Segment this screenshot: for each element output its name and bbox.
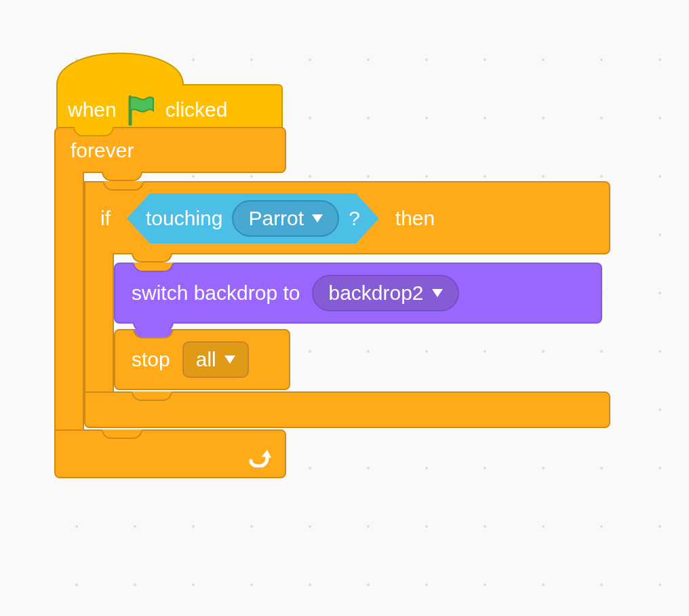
stop-label: stop <box>132 348 170 371</box>
touching-dropdown[interactable]: Parrot <box>232 200 339 237</box>
hat-shape <box>54 31 283 142</box>
green-flag-icon <box>126 95 156 125</box>
then-label: then <box>395 207 435 230</box>
stop-dropdown[interactable]: all <box>182 341 249 378</box>
clicked-text: clicked <box>165 98 228 121</box>
touching-suffix: ? <box>349 207 360 230</box>
when-text: when <box>68 98 117 121</box>
if-label: if <box>100 207 111 230</box>
script-stack[interactable]: when clicked forever <box>54 31 610 478</box>
touching-option: Parrot <box>248 207 304 230</box>
touching-sensing-block[interactable]: touching Parrot ? <box>127 193 379 244</box>
touching-label: touching <box>146 207 222 230</box>
if-then-block[interactable]: if touching Parrot ? <box>84 181 610 428</box>
if-footer <box>84 391 610 428</box>
forever-block[interactable]: forever if touching <box>54 127 610 478</box>
switch-backdrop-label: switch backdrop to <box>132 282 300 305</box>
scripts-workspace[interactable]: when clicked forever <box>27 10 665 606</box>
backdrop-option: backdrop2 <box>328 282 423 305</box>
backdrop-dropdown[interactable]: backdrop2 <box>312 275 458 311</box>
forever-header: forever <box>54 127 286 173</box>
chevron-down-icon <box>432 289 443 297</box>
chevron-down-icon <box>312 214 323 223</box>
stop-block[interactable]: stop all <box>114 329 290 390</box>
forever-footer <box>54 429 286 478</box>
when-flag-clicked-block[interactable]: when clicked <box>54 31 283 132</box>
stop-option: all <box>196 348 216 371</box>
chevron-down-icon <box>224 355 235 364</box>
forever-label: forever <box>71 139 134 162</box>
switch-backdrop-block[interactable]: switch backdrop to backdrop2 <box>114 263 602 324</box>
if-header: if touching Parrot ? <box>84 181 610 254</box>
loop-arrow-icon <box>247 448 271 470</box>
hat-content: when clicked <box>68 95 227 125</box>
